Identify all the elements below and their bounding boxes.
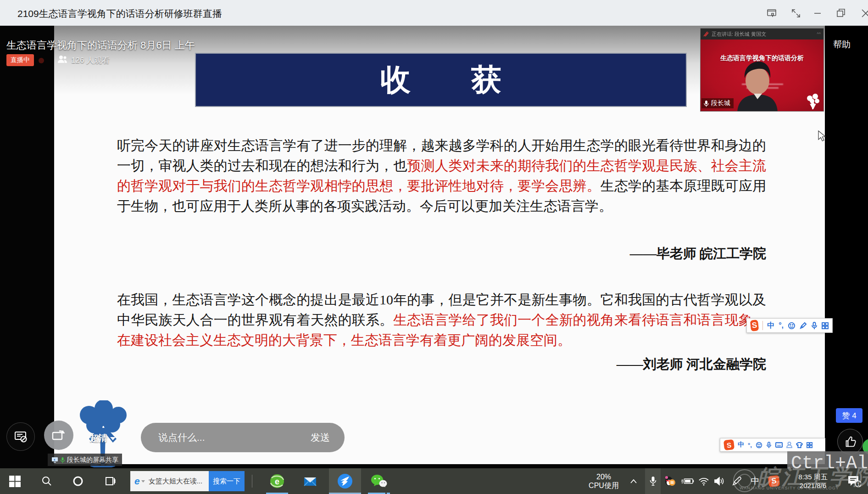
sogou-logo-icon[interactable]: S bbox=[750, 320, 759, 331]
window-title: 2109生态语言学视角下的话语分析研修班群直播 bbox=[17, 7, 222, 20]
slide-title-text: 收 获 bbox=[380, 59, 501, 101]
cortana-icon[interactable] bbox=[67, 468, 89, 494]
stream-title: 生态语言学视角下的话语分析 8月6日 上午 bbox=[6, 39, 195, 52]
ie-icon: e bbox=[134, 476, 140, 487]
speaker-name: 段长城 bbox=[711, 99, 730, 107]
window-titlebar: 2109生态语言学视角下的话语分析研修班群直播 bbox=[0, 0, 868, 26]
ime-voice-icon[interactable] bbox=[811, 322, 818, 330]
ime-chinese-mode-icon[interactable]: 中 bbox=[738, 441, 744, 449]
speaking-icon bbox=[703, 31, 709, 37]
speaking-text: 正在讲话: 段长城 黄国文 bbox=[712, 31, 766, 38]
slide-attribution-1: ——毕老师 皖江工学院 bbox=[630, 245, 766, 263]
university-watermark-en: WANJIANG UNIVERSITY OF TECHNOLOGY bbox=[740, 486, 839, 490]
pin-window-icon[interactable] bbox=[765, 6, 779, 20]
ime-person-icon[interactable] bbox=[786, 442, 792, 448]
tray-qq-icon[interactable] bbox=[662, 468, 677, 494]
screen-icon bbox=[51, 457, 58, 463]
dropdown-icon bbox=[141, 480, 145, 483]
search-go-button[interactable]: 搜索一下 bbox=[209, 471, 245, 491]
cpu-usage: 20% CPU使用 bbox=[588, 468, 620, 494]
webcam-video: 生态语言学视角下的话语分析 段长城 bbox=[701, 39, 823, 111]
svg-text:e: e bbox=[275, 477, 279, 486]
chevron-down-icon bbox=[110, 437, 116, 440]
webcam-tile[interactable]: 正在讲话: 段长城 黄国文 ^^ 生态语言学视角下的话语分析 段长城 bbox=[701, 28, 823, 111]
taskbar-search-box[interactable]: e 女篮大姐大在读... 搜索一下 bbox=[130, 471, 245, 491]
taskbar-divider bbox=[252, 475, 252, 488]
ime-voice-icon[interactable] bbox=[766, 442, 772, 449]
ime-skin-icon[interactable] bbox=[796, 442, 803, 448]
viewers-text: 126 人观看 bbox=[71, 55, 110, 66]
chat-disable-button[interactable] bbox=[6, 422, 35, 451]
ime-pen-icon[interactable] bbox=[800, 322, 807, 329]
task-view-icon[interactable] bbox=[99, 468, 121, 494]
cpu-percent: 20% bbox=[588, 472, 620, 481]
mic-live-icon bbox=[60, 457, 65, 463]
speaker-silhouette bbox=[728, 57, 788, 111]
help-button[interactable]: 帮助 bbox=[833, 39, 851, 51]
tray-wifi-icon[interactable] bbox=[696, 468, 711, 494]
taskbar-search-icon[interactable] bbox=[36, 468, 58, 494]
like-count-badge: 赞 4 bbox=[836, 408, 862, 423]
chat-input[interactable] bbox=[157, 432, 311, 443]
minimize-icon[interactable] bbox=[811, 6, 825, 20]
mic-icon bbox=[703, 100, 709, 107]
record-dot bbox=[39, 58, 44, 63]
webcam-name-label: 段长城 bbox=[701, 98, 734, 108]
tray-battery-icon[interactable] bbox=[679, 468, 696, 494]
ime-menu-grid-icon[interactable] bbox=[822, 322, 829, 329]
tray-mic-icon[interactable] bbox=[645, 468, 661, 494]
send-button[interactable]: 发送 bbox=[311, 431, 330, 444]
browser-360-icon[interactable]: e bbox=[266, 468, 288, 494]
screen-share-label: 段长城的屏幕共享 bbox=[48, 454, 122, 466]
right-panel: 帮助 bbox=[825, 26, 868, 468]
divider bbox=[762, 321, 763, 330]
ime-punctuation-icon[interactable]: °, bbox=[748, 442, 752, 449]
tray-volume-icon[interactable] bbox=[712, 468, 727, 494]
ime-emoji-icon[interactable] bbox=[788, 322, 796, 330]
slide-paragraph-1: 听完今天的讲座对生态语言学有了进一步的理解，越来越多学科的人开始用生态学的眼光看… bbox=[117, 135, 766, 216]
collapse-chevrons-icon[interactable]: ^^ bbox=[817, 32, 821, 36]
mouse-cursor bbox=[818, 130, 828, 142]
chat-bar: 发送 bbox=[141, 423, 345, 452]
sogou-logo-icon[interactable]: S bbox=[723, 439, 734, 450]
live-badge: 直播中 bbox=[6, 54, 34, 66]
like-button[interactable] bbox=[837, 429, 863, 455]
slide-title-bar: 收 获 bbox=[195, 53, 687, 107]
start-button[interactable] bbox=[4, 468, 26, 494]
restore-icon[interactable] bbox=[834, 6, 848, 20]
share-label-text: 段长城的屏幕共享 bbox=[67, 456, 118, 464]
quality-selector[interactable]: 超清 bbox=[90, 432, 116, 444]
sogou-ime-toolbar-2[interactable]: S 中 °, bbox=[720, 438, 825, 452]
slide-paragraph-2: 在我国，生态语言学这个概念的提出是最近10年的事，但是它并不是新生事物。它和我国… bbox=[117, 290, 766, 350]
webcam-speaking-bar: 正在讲话: 段长城 黄国文 ^^ bbox=[701, 28, 823, 39]
wechat-icon[interactable] bbox=[368, 468, 390, 494]
viewers-icon bbox=[57, 55, 68, 66]
viewer-count: 126 人观看 bbox=[57, 55, 110, 66]
fullscreen-icon[interactable] bbox=[789, 6, 803, 20]
dingtalk-icon[interactable] bbox=[329, 468, 361, 494]
quality-label: 超清 bbox=[90, 432, 107, 444]
ime-menu-grid-icon[interactable] bbox=[807, 442, 812, 448]
mail-icon[interactable] bbox=[299, 468, 321, 494]
slide-attribution-2: ——刘老师 河北金融学院 bbox=[617, 355, 766, 374]
close-icon[interactable] bbox=[859, 6, 868, 20]
ime-keyboard-icon[interactable] bbox=[775, 442, 783, 448]
ime-chinese-mode-icon[interactable]: 中 bbox=[767, 321, 774, 331]
ime-punctuation-icon[interactable]: °, bbox=[779, 321, 784, 330]
webcam-tree-logo bbox=[805, 93, 821, 109]
sogou-ime-toolbar[interactable]: S 中 °, bbox=[746, 318, 833, 333]
cpu-label: CPU使用 bbox=[588, 481, 620, 490]
app-window: 2109生态语言学视角下的话语分析研修班群直播 帮助 收 获 听完今天的讲座对生… bbox=[0, 0, 868, 494]
tray-expand-chevron[interactable] bbox=[627, 468, 640, 494]
screen-share-button[interactable] bbox=[44, 421, 73, 450]
search-box-text[interactable]: 女篮大姐大在读... bbox=[149, 477, 209, 486]
ime-emoji-icon[interactable] bbox=[756, 442, 762, 449]
